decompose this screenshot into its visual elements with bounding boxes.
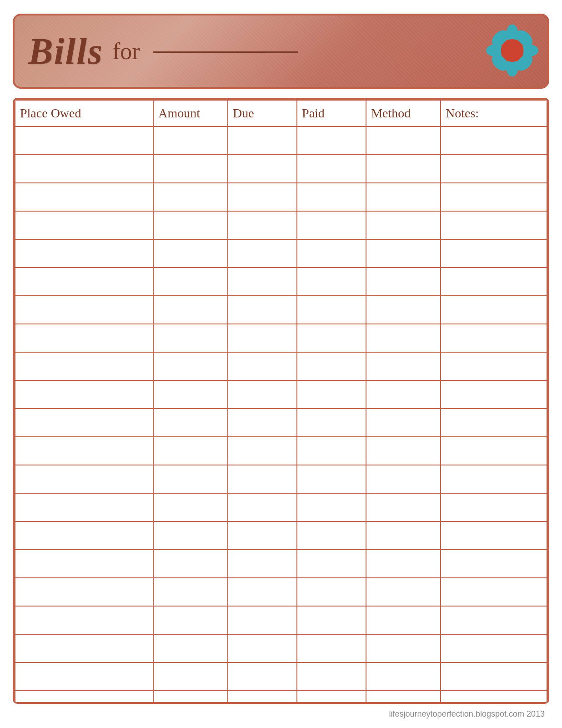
table-cell[interactable] [297,578,366,606]
table-cell[interactable] [441,493,547,521]
table-cell[interactable] [15,296,153,324]
table-cell[interactable] [441,268,547,296]
table-cell[interactable] [15,126,153,155]
table-cell[interactable] [15,155,153,183]
table-cell[interactable] [15,691,153,704]
table-cell[interactable] [15,239,153,268]
table-cell[interactable] [153,352,228,380]
table-cell[interactable] [153,380,228,409]
table-cell[interactable] [366,409,441,437]
table-cell[interactable] [441,465,547,493]
table-cell[interactable] [153,662,228,691]
table-cell[interactable] [366,126,441,155]
table-cell[interactable] [297,183,366,211]
table-cell[interactable] [366,550,441,578]
table-cell[interactable] [153,211,228,239]
table-cell[interactable] [366,211,441,239]
table-cell[interactable] [366,324,441,352]
table-cell[interactable] [153,634,228,662]
table-cell[interactable] [297,662,366,691]
table-cell[interactable] [153,493,228,521]
table-cell[interactable] [153,550,228,578]
table-cell[interactable] [441,437,547,465]
table-cell[interactable] [441,324,547,352]
table-cell[interactable] [297,437,366,465]
table-cell[interactable] [15,465,153,493]
table-cell[interactable] [153,606,228,634]
table-cell[interactable] [441,126,547,155]
table-cell[interactable] [228,380,297,409]
table-cell[interactable] [366,662,441,691]
table-cell[interactable] [15,324,153,352]
table-cell[interactable] [297,380,366,409]
table-cell[interactable] [228,691,297,704]
table-cell[interactable] [228,634,297,662]
table-cell[interactable] [15,211,153,239]
table-cell[interactable] [153,239,228,268]
table-cell[interactable] [297,155,366,183]
table-cell[interactable] [441,296,547,324]
table-cell[interactable] [153,155,228,183]
table-cell[interactable] [15,634,153,662]
table-cell[interactable] [366,493,441,521]
table-cell[interactable] [297,268,366,296]
table-cell[interactable] [228,550,297,578]
table-cell[interactable] [228,268,297,296]
table-cell[interactable] [228,324,297,352]
table-cell[interactable] [15,437,153,465]
table-cell[interactable] [297,550,366,578]
table-cell[interactable] [297,126,366,155]
table-cell[interactable] [15,183,153,211]
table-cell[interactable] [441,211,547,239]
table-cell[interactable] [366,465,441,493]
table-cell[interactable] [153,691,228,704]
table-cell[interactable] [228,465,297,493]
table-cell[interactable] [153,437,228,465]
table-cell[interactable] [441,409,547,437]
table-cell[interactable] [297,324,366,352]
table-cell[interactable] [15,521,153,550]
table-cell[interactable] [441,578,547,606]
table-cell[interactable] [228,578,297,606]
table-cell[interactable] [441,606,547,634]
table-cell[interactable] [297,296,366,324]
table-cell[interactable] [297,691,366,704]
table-cell[interactable] [366,521,441,550]
table-cell[interactable] [153,465,228,493]
table-cell[interactable] [153,409,228,437]
table-cell[interactable] [366,155,441,183]
table-cell[interactable] [441,634,547,662]
table-cell[interactable] [366,691,441,704]
table-cell[interactable] [228,211,297,239]
table-cell[interactable] [15,380,153,409]
table-cell[interactable] [228,352,297,380]
table-cell[interactable] [441,662,547,691]
table-cell[interactable] [15,662,153,691]
table-cell[interactable] [441,521,547,550]
table-cell[interactable] [153,268,228,296]
table-cell[interactable] [15,409,153,437]
table-cell[interactable] [297,239,366,268]
table-cell[interactable] [228,239,297,268]
table-cell[interactable] [153,578,228,606]
table-cell[interactable] [228,437,297,465]
table-cell[interactable] [297,634,366,662]
table-cell[interactable] [15,550,153,578]
table-cell[interactable] [441,239,547,268]
table-cell[interactable] [153,183,228,211]
table-cell[interactable] [15,268,153,296]
table-cell[interactable] [441,155,547,183]
table-cell[interactable] [366,634,441,662]
table-cell[interactable] [15,493,153,521]
table-cell[interactable] [441,380,547,409]
table-cell[interactable] [366,183,441,211]
table-cell[interactable] [228,155,297,183]
table-cell[interactable] [366,268,441,296]
table-cell[interactable] [297,606,366,634]
table-cell[interactable] [366,606,441,634]
table-cell[interactable] [153,296,228,324]
table-cell[interactable] [228,606,297,634]
table-cell[interactable] [228,409,297,437]
table-cell[interactable] [153,126,228,155]
table-cell[interactable] [366,437,441,465]
